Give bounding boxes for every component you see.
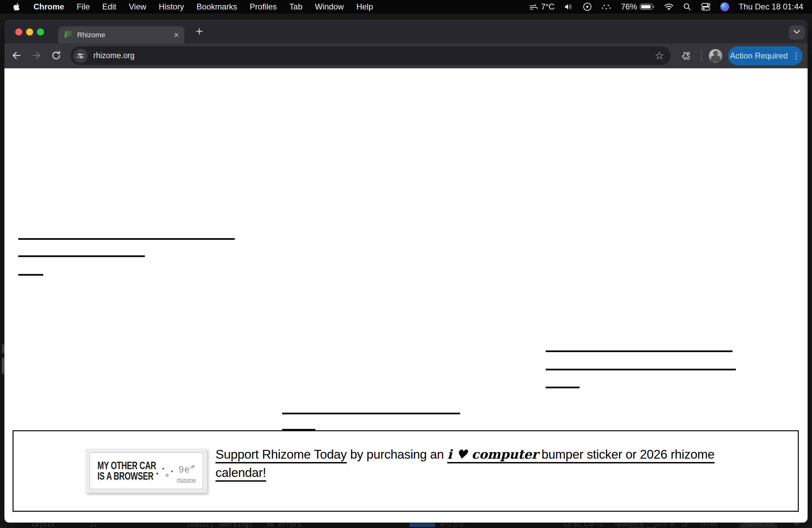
- placeholder-line: [546, 350, 733, 352]
- action-required-label: Action Required: [730, 51, 788, 61]
- macos-menu-bar: Chrome File Edit View History Bookmarks …: [0, 0, 812, 14]
- menubar-item-file[interactable]: File: [77, 2, 90, 12]
- battery-icon: [640, 3, 655, 11]
- rhizome-logo-text[interactable]: rhizome: [177, 477, 196, 483]
- forward-icon[interactable]: [31, 50, 42, 62]
- support-rhizome-link[interactable]: Support Rhizome Today: [216, 448, 347, 461]
- close-window-button[interactable]: [15, 28, 22, 35]
- calendar-link[interactable]: calendar!: [216, 466, 266, 480]
- menubar-item-edit[interactable]: Edit: [102, 2, 116, 12]
- battery-status[interactable]: 76%: [621, 2, 655, 12]
- weather-status[interactable]: 7°C: [530, 2, 554, 12]
- bookmark-star-icon[interactable]: ☆: [655, 50, 664, 61]
- menubar-item-tab[interactable]: Tab: [289, 2, 303, 12]
- control-center-icon[interactable]: [701, 3, 711, 11]
- temperature-label: 7°C: [541, 2, 554, 12]
- placeholder-line: [18, 274, 43, 276]
- browser-window: Rhizome × + rhizome.org ☆ Action Require…: [4, 19, 808, 523]
- url-text[interactable]: rhizome.org: [93, 51, 655, 60]
- placeholder-line: [282, 413, 460, 414]
- toolbar-divider: [701, 50, 702, 61]
- support-banner: MY OTHER CAR IS A BROWSER 9e° rhizome: [13, 430, 799, 512]
- dotted-keyboard-icon[interactable]: [601, 3, 611, 11]
- volume-icon[interactable]: [564, 3, 574, 11]
- play-circle-icon[interactable]: [583, 2, 592, 11]
- placeholder-line: [546, 386, 580, 388]
- siri-icon[interactable]: [720, 2, 729, 11]
- wifi-icon[interactable]: [664, 3, 673, 11]
- new-tab-button[interactable]: +: [191, 24, 207, 39]
- placeholder-line: [18, 238, 235, 240]
- reload-icon[interactable]: [51, 50, 61, 62]
- menubar-item-window[interactable]: Window: [315, 2, 344, 12]
- page-content: MY OTHER CAR IS A BROWSER 9e° rhizome: [4, 68, 808, 523]
- tab-title: Rhizome: [77, 31, 169, 39]
- address-bar[interactable]: rhizome.org ☆: [70, 46, 671, 65]
- menubar-clock[interactable]: Thu Dec 18 01:44: [739, 2, 803, 12]
- extensions-icon[interactable]: [681, 50, 692, 62]
- support-headline: Support Rhizome Today by purchasing an i…: [216, 445, 791, 482]
- chevron-down-icon: [793, 29, 800, 35]
- tab-strip: Rhizome × +: [4, 19, 808, 43]
- wind-icon: [530, 3, 538, 11]
- panel-icon-fragment: [646, 524, 656, 528]
- site-settings-icon[interactable]: [73, 49, 88, 63]
- rhizome-logo-glyphs: 9e°: [179, 465, 194, 475]
- action-required-button[interactable]: Action Required ⋮: [728, 46, 802, 65]
- battery-percent-label: 76%: [621, 2, 637, 12]
- bumper-sticker-image[interactable]: MY OTHER CAR IS A BROWSER 9e° rhizome: [86, 449, 207, 493]
- menubar-item-history[interactable]: History: [159, 2, 184, 12]
- placeholder-line: [546, 369, 736, 370]
- sticker-line1: MY OTHER CAR: [98, 460, 156, 471]
- menubar-app-name[interactable]: Chrome: [33, 2, 64, 12]
- panel-icon-fragment: [630, 524, 643, 528]
- sticker-line2: IS A BROWSER: [98, 471, 156, 481]
- spotlight-search-icon[interactable]: [683, 3, 691, 11]
- placeholder-line: [18, 255, 145, 257]
- menubar-item-profiles[interactable]: Profiles: [250, 2, 277, 12]
- tab-close-icon[interactable]: ×: [174, 30, 179, 39]
- bumper-sticker-link[interactable]: bumper sticker or 2026 rhizome: [538, 448, 714, 461]
- profile-avatar[interactable]: [709, 49, 722, 62]
- minimize-window-button[interactable]: [26, 28, 33, 35]
- i-love-computer-link[interactable]: i ♥ computer: [447, 447, 538, 462]
- apple-logo-icon[interactable]: [14, 2, 21, 11]
- kebab-menu-icon[interactable]: ⋮: [792, 51, 800, 61]
- tab-rhizome[interactable]: Rhizome ×: [58, 26, 184, 43]
- menubar-item-help[interactable]: Help: [356, 2, 373, 12]
- menubar-item-view[interactable]: View: [129, 2, 146, 12]
- rhizome-favicon: [63, 30, 72, 40]
- tab-search-button[interactable]: [789, 25, 804, 40]
- back-icon[interactable]: [11, 50, 22, 62]
- menubar-item-bookmarks[interactable]: Bookmarks: [197, 2, 237, 12]
- browser-toolbar: rhizome.org ☆ Action Required ⋮: [4, 43, 808, 68]
- zoom-window-button[interactable]: [37, 28, 44, 35]
- headline-middle-text: by purchasing an: [347, 448, 447, 461]
